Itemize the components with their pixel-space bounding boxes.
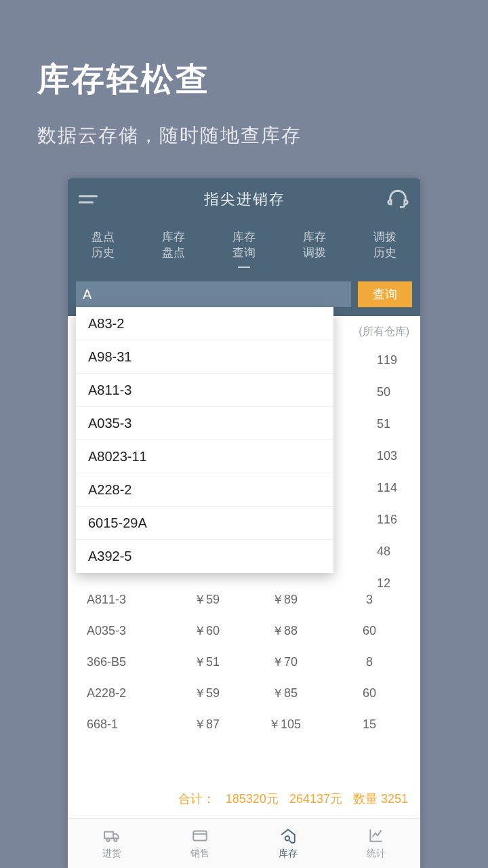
table-row[interactable]: 668-1￥87￥10515 [75, 709, 413, 740]
dropdown-item[interactable]: A8023-11 [76, 440, 333, 473]
summary-label: 合计： [178, 791, 215, 807]
svg-point-4 [285, 836, 290, 841]
nav-purchase[interactable]: 进货 [68, 818, 156, 868]
nav-stats[interactable]: 统计 [332, 818, 420, 868]
dropdown-item[interactable]: A228-2 [76, 473, 333, 507]
summary-total-qty: 数量 3251 [353, 791, 408, 807]
summary-row: 合计： 185320元 264137元 数量 3251 [80, 791, 408, 807]
dropdown-item[interactable]: A811-3 [76, 374, 333, 407]
tab-inventory-history[interactable]: 盘点历史 [89, 230, 117, 268]
inventory-table: A811-3￥59￥893 A035-3￥60￥8860 366-B5￥51￥7… [68, 584, 420, 740]
warehouse-filter[interactable]: (所有仓库) [359, 325, 409, 339]
tab-inventory-transfer[interactable]: 库存调拨 [300, 230, 329, 268]
svg-point-1 [106, 838, 109, 841]
search-input[interactable] [76, 281, 351, 307]
table-row[interactable]: A811-3￥59￥893 [75, 584, 413, 615]
dropdown-item[interactable]: A98-31 [76, 340, 333, 374]
dropdown-item[interactable]: 6015-29A [76, 507, 333, 540]
wallet-icon [191, 827, 209, 846]
promo-subtitle: 数据云存储，随时随地查库存 [0, 101, 488, 149]
nav-inventory[interactable]: 库存 [244, 818, 332, 868]
svg-rect-0 [104, 832, 113, 839]
autocomplete-dropdown: A83-2 A98-31 A811-3 A035-3 A8023-11 A228… [76, 307, 333, 573]
truck-icon [103, 827, 121, 846]
table-row[interactable]: A035-3￥60￥8860 [75, 615, 413, 646]
dropdown-item[interactable]: A83-2 [76, 307, 333, 340]
bottom-nav: 进货 销售 库存 统计 [68, 818, 420, 868]
chart-icon [367, 827, 385, 846]
tab-inventory-check[interactable]: 库存盘点 [159, 230, 188, 268]
house-search-icon [279, 827, 297, 846]
app-title: 指尖进销存 [103, 189, 386, 210]
app-frame: 指尖进销存 盘点历史 库存盘点 库存查询 库存调拨 调拨历史 查询 (所有仓库)… [68, 178, 420, 868]
dropdown-item[interactable]: A035-3 [76, 407, 333, 440]
table-row[interactable]: 366-B5￥51￥708 [75, 646, 413, 677]
tab-inventory-query[interactable]: 库存查询 [230, 230, 258, 268]
summary-total-price: 264137元 [289, 791, 342, 807]
table-row[interactable]: A228-2￥59￥8560 [75, 677, 413, 709]
headset-icon[interactable] [386, 188, 409, 211]
menu-icon[interactable] [79, 187, 103, 212]
dropdown-item[interactable]: A392-5 [76, 540, 333, 573]
header-tabs: 盘点历史 库存盘点 库存查询 库存调拨 调拨历史 [68, 230, 420, 268]
svg-point-2 [114, 838, 117, 841]
app-header: 指尖进销存 盘点历史 库存盘点 库存查询 库存调拨 调拨历史 查询 [68, 178, 420, 316]
summary-total-cost: 185320元 [226, 791, 279, 807]
nav-sales[interactable]: 销售 [156, 818, 244, 868]
svg-rect-3 [193, 831, 207, 841]
quantity-column-partial: 119 50 51 103 114 116 48 12 [377, 353, 397, 591]
search-button[interactable]: 查询 [358, 281, 412, 307]
tab-transfer-history[interactable]: 调拨历史 [371, 230, 399, 268]
promo-title: 库存轻松查 [0, 0, 488, 101]
